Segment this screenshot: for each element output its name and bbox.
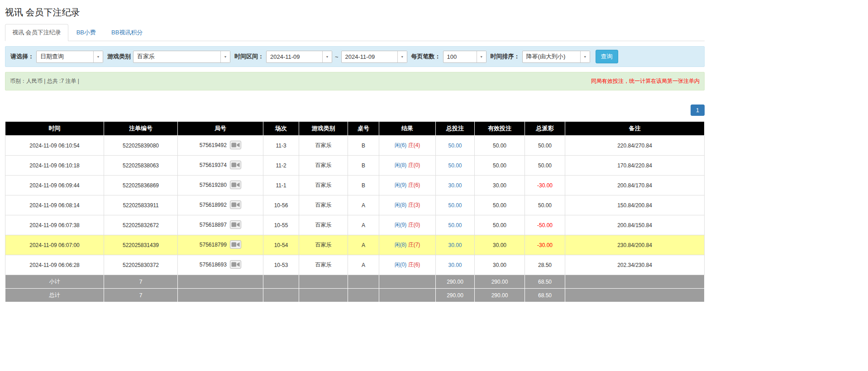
- video-replay-icon[interactable]: [230, 141, 241, 151]
- total-bet-link[interactable]: 30.00: [448, 262, 462, 268]
- cell-table-no: A: [348, 255, 379, 275]
- chevron-down-icon[interactable]: ▼: [93, 51, 103, 62]
- page-size-select[interactable]: ▼: [443, 51, 486, 63]
- query-type-value[interactable]: [37, 51, 93, 62]
- tab-bar: 视讯 会员下注纪录 BB小费 BB视讯积分: [5, 24, 705, 41]
- round-id-text: 575619374: [200, 162, 227, 168]
- cell-session: 10-54: [263, 235, 299, 255]
- result-player: 闲(9): [395, 182, 407, 188]
- tab-betting-records[interactable]: 视讯 会员下注纪录: [5, 24, 68, 41]
- cell-game-type: 百家乐: [299, 215, 348, 235]
- round-id-text: 575618992: [200, 202, 227, 208]
- cell-game-type: 百家乐: [299, 136, 348, 156]
- cell-time: 2024-11-09 06:06:28: [5, 255, 104, 275]
- subtotal-label: 小计: [5, 275, 104, 289]
- cell-round-id: 575618799: [178, 235, 263, 255]
- cell-total-bet: 50.00: [436, 156, 475, 176]
- col-session: 场次: [263, 122, 299, 136]
- cell-payout: -50.00: [525, 215, 565, 235]
- video-replay-icon[interactable]: [230, 260, 241, 270]
- cell-table-no: A: [348, 215, 379, 235]
- video-replay-icon[interactable]: [230, 161, 241, 171]
- cell-payout: 28.50: [525, 255, 565, 275]
- date-from-value[interactable]: [267, 51, 322, 62]
- cell-valid-bet: 50.00: [475, 195, 525, 215]
- cell-total-bet: 30.00: [436, 176, 475, 195]
- cell-payout: -30.00: [525, 176, 565, 195]
- cell-game-type: 百家乐: [299, 176, 348, 195]
- chevron-down-icon[interactable]: ▼: [220, 51, 230, 62]
- result-player: 闲(9): [395, 222, 407, 228]
- total-bet-link[interactable]: 50.00: [448, 222, 462, 228]
- cell-round-id: 575619280: [178, 176, 263, 195]
- result-player: 闲(8): [395, 202, 407, 208]
- cell-total-bet: 30.00: [436, 255, 475, 275]
- total-valid-bet: 290.00: [475, 289, 525, 302]
- cell-session: 10-56: [263, 195, 299, 215]
- result-banker: 庄(0): [408, 162, 420, 168]
- total-bet-link[interactable]: 30.00: [448, 182, 462, 189]
- col-game-type: 游戏类别: [299, 122, 348, 136]
- cell-total-bet: 50.00: [436, 195, 475, 215]
- page-size-value[interactable]: [444, 51, 477, 62]
- subtotal-row: 小计 7 290.00 290.00 68.50: [5, 275, 705, 289]
- tilde-separator: ~: [335, 53, 339, 60]
- table-row: 2024-11-09 06:10:54 522025839080 5756194…: [5, 136, 705, 156]
- cell-round-id: 575618693: [178, 255, 263, 275]
- chevron-down-icon[interactable]: ▼: [397, 51, 407, 62]
- cell-result: 闲(0) 庄(6): [379, 255, 436, 275]
- table-row: 2024-11-09 06:09:44 522025836869 5756192…: [5, 176, 705, 195]
- table-header: 时间 注单编号 局号 场次 游戏类别 桌号 结果 总投注 有效投注 总派彩 备注: [5, 122, 705, 136]
- total-bet-link[interactable]: 50.00: [448, 162, 462, 169]
- video-replay-icon[interactable]: [230, 240, 241, 250]
- page-1-button[interactable]: 1: [691, 105, 705, 116]
- cell-bet-id: 522025832672: [104, 215, 178, 235]
- cell-total-bet: 30.00: [436, 235, 475, 255]
- round-id-text: 575619492: [200, 142, 227, 148]
- date-from-picker[interactable]: ▼: [266, 51, 332, 63]
- date-to-value[interactable]: [342, 51, 397, 62]
- result-player: 闲(6): [395, 142, 407, 148]
- total-label: 总计: [5, 289, 104, 302]
- total-bet-link[interactable]: 30.00: [448, 242, 462, 248]
- query-type-select[interactable]: ▼: [36, 51, 103, 63]
- tab-bb-tips[interactable]: BB小费: [69, 24, 103, 41]
- video-replay-icon[interactable]: [230, 220, 241, 230]
- date-to-picker[interactable]: ▼: [341, 51, 407, 63]
- chevron-down-icon[interactable]: ▼: [322, 51, 332, 62]
- result-player: 闲(0): [395, 262, 407, 268]
- cell-time: 2024-11-09 06:07:38: [5, 215, 104, 235]
- search-button[interactable]: 查询: [596, 50, 618, 63]
- sort-order-value[interactable]: [523, 51, 580, 62]
- round-id-text: 575618693: [200, 262, 227, 268]
- game-type-value[interactable]: [134, 51, 220, 62]
- game-type-select[interactable]: ▼: [133, 51, 230, 63]
- page-size-label: 每页笔数：: [411, 52, 441, 61]
- sort-order-select[interactable]: ▼: [522, 51, 590, 63]
- total-bet-link[interactable]: 50.00: [448, 143, 462, 149]
- time-range-label: 时间区间：: [234, 52, 264, 61]
- col-round-id: 局号: [178, 122, 263, 136]
- total-count: 7: [104, 289, 178, 302]
- total-bet-link[interactable]: 50.00: [448, 202, 462, 209]
- sort-order-label: 时间排序：: [491, 52, 520, 61]
- col-total-bet: 总投注: [436, 122, 475, 136]
- chevron-down-icon[interactable]: ▼: [580, 51, 590, 62]
- cell-note: 200.84/170.84: [565, 176, 705, 195]
- result-banker: 庄(7): [408, 242, 420, 248]
- video-replay-icon[interactable]: [230, 200, 241, 210]
- cell-table-no: B: [348, 176, 379, 195]
- table-row: 2024-11-09 06:07:00 522025831439 5756187…: [5, 235, 705, 255]
- cell-payout: 50.00: [525, 195, 565, 215]
- video-replay-icon[interactable]: [230, 181, 241, 190]
- chevron-down-icon[interactable]: ▼: [477, 51, 486, 62]
- main-container: 视讯 会员下注纪录 视讯 会员下注纪录 BB小费 BB视讯积分 请选择： ▼ 游…: [5, 0, 705, 302]
- tab-bb-points[interactable]: BB视讯积分: [104, 24, 150, 41]
- table-footer: 小计 7 290.00 290.00 68.50 总计 7 2: [5, 275, 705, 302]
- table-row: 2024-11-09 06:06:28 522025830372 5756186…: [5, 255, 705, 275]
- game-type-label: 游戏类别: [107, 52, 131, 61]
- cell-note: 220.84/270.84: [565, 136, 705, 156]
- cell-session: 11-1: [263, 176, 299, 195]
- cell-result: 闲(8) 庄(0): [379, 156, 436, 176]
- notice-text: 同局有效投注，统一计算在该局第一张注单内: [591, 77, 700, 85]
